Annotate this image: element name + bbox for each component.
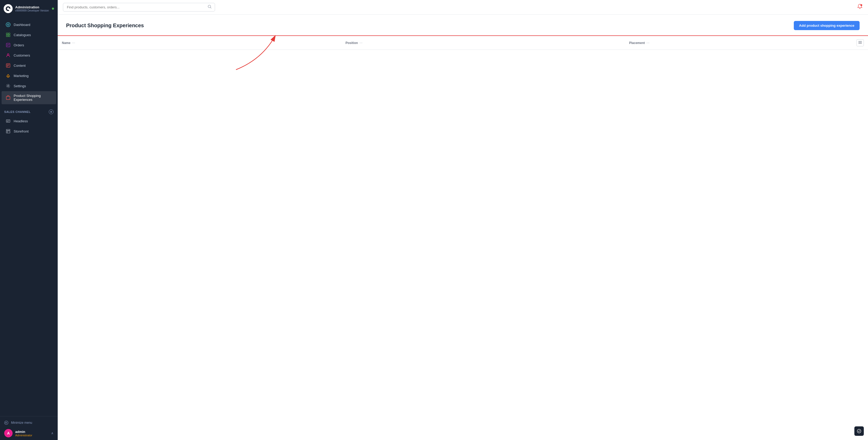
sidebar-item-storefront[interactable]: Storefront	[2, 126, 56, 136]
app-title-wrap: Administration v9999999 Developer Versio…	[15, 5, 49, 12]
col-name-options[interactable]: ···	[72, 41, 75, 45]
app-name: Administration	[15, 5, 49, 9]
user-row: A admin Administrator ∧	[4, 429, 54, 437]
user-name: admin	[15, 430, 49, 434]
add-product-shopping-button[interactable]: Add product shopping experience	[794, 21, 860, 30]
svg-rect-15	[6, 131, 10, 133]
col-placement-options[interactable]: ···	[646, 41, 650, 45]
svg-rect-10	[7, 76, 9, 77]
sidebar-header: Administration v9999999 Developer Versio…	[0, 0, 58, 17]
svg-point-2	[7, 24, 9, 25]
sidebar-item-product-shopping[interactable]: Product Shopping Experiences	[2, 91, 56, 104]
topbar	[58, 0, 868, 15]
search-wrap	[63, 3, 215, 11]
page-content: Product Shopping Experiences Add product…	[58, 15, 868, 440]
svg-rect-13	[6, 120, 10, 122]
minimize-icon	[4, 420, 8, 425]
sidebar-item-product-shopping-label: Product Shopping Experiences	[13, 94, 52, 102]
sidebar-item-orders[interactable]: Orders	[2, 40, 56, 50]
sidebar-item-customers-label: Customers	[13, 54, 30, 57]
sidebar-item-marketing-label: Marketing	[13, 74, 29, 78]
sidebar-item-content-label: Content	[13, 64, 26, 68]
sidebar-item-dashboard-label: Dashboard	[13, 23, 30, 27]
sidebar-item-storefront-label: Storefront	[13, 129, 29, 133]
product-shopping-icon	[6, 95, 10, 100]
svg-rect-12	[6, 96, 10, 100]
user-menu-chevron[interactable]: ∧	[51, 431, 54, 435]
user-info: admin Administrator	[15, 430, 49, 437]
dashboard-icon	[6, 22, 10, 27]
sidebar-item-settings-label: Settings	[13, 84, 26, 88]
sidebar-footer: Minimize menu A admin Administrator ∧	[0, 416, 58, 440]
table-header-row: Name ··· Position ··· Pl	[58, 36, 868, 50]
content-icon	[6, 63, 10, 68]
topbar-right	[857, 4, 863, 11]
sidebar-item-catalogues[interactable]: Catalogues	[2, 30, 56, 40]
sidebar-item-marketing[interactable]: Marketing	[2, 71, 56, 81]
catalogues-icon	[6, 32, 10, 37]
minimize-menu-button[interactable]: Minimize menu	[4, 419, 54, 427]
table-settings-button[interactable]	[857, 39, 864, 46]
minimize-menu-label: Minimize menu	[11, 421, 32, 425]
svg-point-1	[6, 23, 10, 27]
page-title: Product Shopping Experiences	[66, 23, 144, 29]
page-header: Product Shopping Experiences Add product…	[58, 15, 868, 35]
app-logo	[4, 4, 12, 13]
svg-rect-7	[6, 43, 10, 47]
search-input[interactable]	[63, 3, 215, 11]
status-indicator	[52, 8, 54, 10]
settings-icon	[6, 83, 10, 88]
col-position-header: Position ···	[341, 36, 625, 50]
col-position-options[interactable]: ···	[360, 41, 363, 45]
svg-rect-14	[6, 129, 10, 130]
col-name-label: Name	[62, 41, 70, 45]
customers-icon	[6, 53, 10, 58]
main-area: Product Shopping Experiences Add product…	[58, 0, 868, 440]
svg-point-0	[4, 4, 12, 13]
table-settings-icon	[858, 41, 862, 44]
storefront-icon	[6, 129, 10, 134]
sidebar-item-headless-label: Headless	[13, 119, 28, 123]
table-wrap: Name ··· Position ··· Pl	[58, 36, 868, 50]
col-placement-header: Placement ···	[625, 36, 852, 50]
search-icon	[208, 5, 212, 10]
sidebar-item-dashboard[interactable]: Dashboard	[2, 20, 56, 30]
svg-point-8	[7, 54, 9, 55]
col-name-header: Name ···	[58, 36, 341, 50]
svg-rect-6	[8, 35, 10, 37]
sidebar-item-settings[interactable]: Settings	[2, 81, 56, 91]
sidebar-item-headless[interactable]: Headless	[2, 116, 56, 126]
sidebar-item-content[interactable]: Content	[2, 61, 56, 70]
col-position-label: Position	[346, 41, 358, 45]
add-sales-channel-button[interactable]: +	[49, 109, 54, 114]
sidebar-item-catalogues-label: Catalogues	[13, 33, 31, 37]
sales-channel-label: Sales Channel	[4, 110, 31, 113]
notification-dot	[860, 4, 862, 6]
svg-rect-4	[8, 33, 10, 35]
app-version: v9999999 Developer Version	[15, 9, 49, 12]
col-placement-label: Placement	[629, 41, 645, 45]
marketing-icon	[6, 73, 10, 78]
col-settings-header	[852, 36, 868, 50]
sidebar-item-orders-label: Orders	[13, 43, 24, 47]
svg-point-11	[8, 86, 9, 87]
product-shopping-table: Name ··· Position ··· Pl	[58, 36, 868, 50]
headless-icon	[6, 119, 10, 123]
orders-icon	[6, 43, 10, 47]
sidebar-nav: Dashboard Catalogues Orders	[0, 17, 58, 416]
notification-button[interactable]	[857, 4, 863, 11]
sales-channel-header: Sales Channel +	[0, 106, 58, 116]
bottom-right-badge[interactable]	[855, 427, 864, 436]
svg-rect-5	[6, 35, 8, 37]
svg-rect-3	[6, 33, 8, 35]
sidebar-item-customers[interactable]: Customers	[2, 50, 56, 60]
avatar: A	[4, 429, 12, 437]
user-role: Administrator	[15, 434, 49, 437]
sidebar: Administration v9999999 Developer Versio…	[0, 0, 58, 440]
